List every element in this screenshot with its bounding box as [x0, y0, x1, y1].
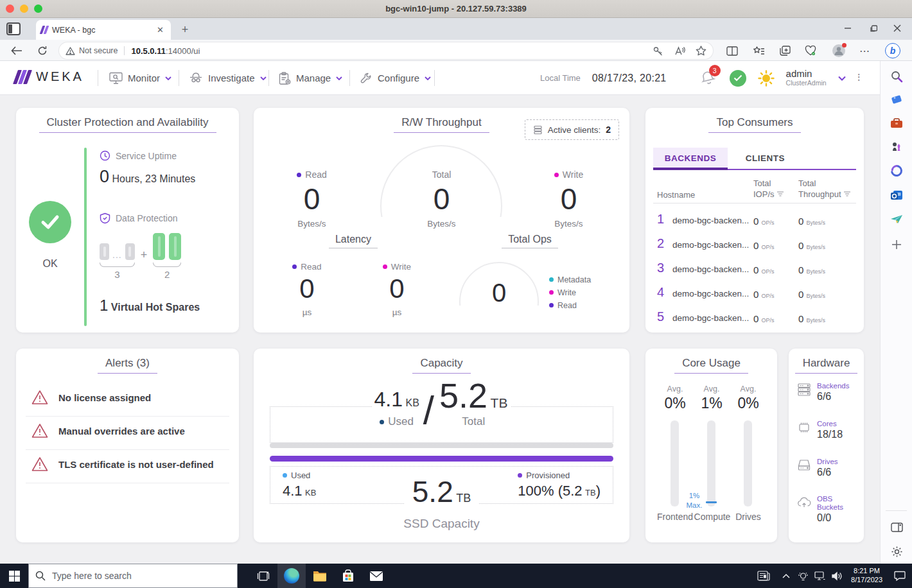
user-menu[interactable]: admin ClusterAdmin: [786, 69, 827, 87]
uptime-text: Hours, 23 Minutes: [112, 173, 195, 184]
new-tab-button[interactable]: +: [179, 23, 191, 37]
news-widget-icon[interactable]: [750, 564, 778, 588]
sidebar-settings-gear-icon[interactable]: [889, 544, 904, 559]
overflow-menu-icon[interactable]: ⁝: [857, 71, 861, 85]
drives-label: Drives: [729, 512, 767, 522]
row-rank: 5: [657, 309, 664, 324]
profile-avatar[interactable]: [831, 43, 846, 58]
address-bar[interactable]: Not secure 10.5.0.11:14000/ui: [59, 42, 713, 59]
total-label: Total: [408, 169, 475, 180]
consumer-row[interactable]: 5 demo-bgc-backen... 0 OP/s 0 Bytes/s: [645, 307, 864, 331]
filter-icon[interactable]: [777, 191, 784, 197]
capacity-used-label: Used: [388, 415, 414, 428]
taskbar-search-input[interactable]: [52, 571, 213, 581]
taskbar-store-icon[interactable]: [334, 564, 362, 588]
row-rank: 2: [657, 236, 664, 251]
tray-network-icon[interactable]: [811, 564, 828, 588]
sidebar-m365-icon[interactable]: [889, 163, 904, 178]
favorites-bar-icon[interactable]: [751, 43, 767, 58]
cores-icon: [796, 420, 812, 435]
back-icon[interactable]: [9, 43, 24, 58]
frontend-avg-label: Avg.: [657, 385, 693, 393]
col-hostname: Hostname: [657, 190, 695, 200]
split-screen-icon[interactable]: [724, 43, 740, 58]
collections-icon[interactable]: [777, 43, 793, 58]
hardware-obs-buckets[interactable]: OBS Buckets 0/0: [796, 495, 861, 524]
taskbar-edge-icon[interactable]: [277, 564, 306, 588]
menu-investigate[interactable]: Investigate: [189, 67, 267, 89]
capacity-total-unit: TB: [491, 395, 508, 410]
panel-rw-throughput: R/W Throughput Active clients: 2 Read 0 …: [254, 108, 629, 333]
active-clients-badge[interactable]: Active clients: 2: [525, 119, 619, 140]
favorite-star-icon[interactable]: [696, 46, 706, 56]
menu-manage[interactable]: Manage: [279, 67, 342, 89]
browser-essentials-icon[interactable]: [803, 43, 818, 58]
row-rank: 1: [657, 212, 664, 227]
weka-logo[interactable]: WEKA: [15, 69, 84, 84]
uptime-value: 0: [100, 167, 109, 186]
sidebar-shopping-icon[interactable]: [889, 92, 904, 107]
theme-sun-icon[interactable]: [758, 70, 775, 87]
alert-item[interactable]: TLS certificate is not user-defined: [31, 456, 224, 472]
latency-read-dot: [292, 264, 297, 269]
notifications-bell[interactable]: 3: [699, 69, 718, 88]
menu-configure[interactable]: Configure: [360, 67, 431, 89]
menu-monitor[interactable]: Monitor: [109, 67, 171, 89]
sidebar-tools-icon[interactable]: [889, 116, 904, 131]
sidebar-search-icon[interactable]: [889, 69, 904, 84]
security-label[interactable]: Not secure: [79, 46, 118, 55]
url-text[interactable]: 10.5.0.11:14000/ui: [131, 46, 200, 56]
legend-write: Write: [557, 288, 576, 297]
tab-actions-icon[interactable]: [6, 22, 21, 35]
drives-label: Drives: [817, 458, 838, 466]
uptime-label: Service Uptime: [116, 151, 177, 161]
sidebar-outlook-icon[interactable]: [889, 187, 904, 203]
read-aloud-icon[interactable]: [674, 46, 685, 56]
taskbar-mail-icon[interactable]: [362, 564, 390, 588]
alert-item[interactable]: Manual overrides are active: [31, 423, 224, 438]
row-hostname: demo-bgc-backen...: [672, 313, 749, 323]
sidebar-games-icon[interactable]: [889, 139, 904, 155]
tab-clients[interactable]: CLIENTS: [728, 148, 803, 169]
backends-value: 6/6: [817, 391, 850, 402]
alert-item[interactable]: No license assigned: [31, 390, 224, 405]
sidebar-toggle-icon[interactable]: [889, 519, 904, 535]
tab-close-icon[interactable]: ✕: [155, 25, 166, 35]
hot-spares-text: Virtual Hot Spares: [111, 302, 200, 313]
sidebar-drop-icon[interactable]: [889, 211, 904, 227]
panel-title: Core Usage: [645, 357, 777, 374]
user-menu-chevron-icon[interactable]: [838, 76, 846, 81]
taskbar-file-explorer-icon[interactable]: [306, 564, 334, 588]
refresh-icon[interactable]: [35, 43, 50, 58]
task-view-button[interactable]: [249, 564, 277, 588]
warning-triangle-icon: [31, 423, 48, 438]
cores-label: Cores: [817, 420, 843, 428]
filter-icon[interactable]: [844, 191, 850, 197]
browser-close-button[interactable]: [888, 20, 907, 37]
more-menu-icon[interactable]: ⋯: [857, 43, 872, 58]
password-key-icon[interactable]: [653, 46, 663, 56]
bing-chat-icon[interactable]: b: [885, 43, 900, 58]
sidebar-add-icon[interactable]: [889, 237, 904, 252]
hardware-drives[interactable]: Drives 6/6: [796, 458, 861, 478]
consumer-row[interactable]: 2 demo-bgc-backen... 0 OP/s 0 Bytes/s: [645, 234, 864, 258]
browser-maximize-button[interactable]: [864, 20, 883, 37]
taskbar-clock[interactable]: 8:21 PM 8/17/2023: [846, 567, 888, 585]
hardware-backends[interactable]: Backends 6/6: [796, 382, 861, 402]
taskbar-search-box[interactable]: [28, 564, 238, 588]
hardware-cores[interactable]: Cores 18/18: [796, 420, 861, 440]
tab-backends[interactable]: BACKENDS: [653, 148, 728, 169]
browser-tab[interactable]: WEKA - bgc ✕: [36, 20, 171, 40]
browser-minimize-button[interactable]: [838, 20, 857, 37]
action-center-icon[interactable]: [888, 564, 912, 588]
tray-volume-icon[interactable]: [828, 564, 846, 588]
consumer-row[interactable]: 4 demo-bgc-backen... 0 OP/s 0 Bytes/s: [645, 282, 864, 307]
omnibox-divider: [124, 46, 125, 55]
tray-rdp-icon[interactable]: [794, 564, 811, 588]
menu-investigate-label: Investigate: [208, 73, 255, 83]
tray-show-hidden-icons[interactable]: [778, 564, 794, 588]
cluster-health-ok-icon[interactable]: [730, 70, 746, 87]
start-button[interactable]: [0, 564, 28, 588]
consumer-row[interactable]: 1 demo-bgc-backen... 0 OP/s 0 Bytes/s: [645, 209, 864, 234]
consumer-row[interactable]: 3 demo-bgc-backen... 0 OP/s 0 Bytes/s: [645, 258, 864, 282]
